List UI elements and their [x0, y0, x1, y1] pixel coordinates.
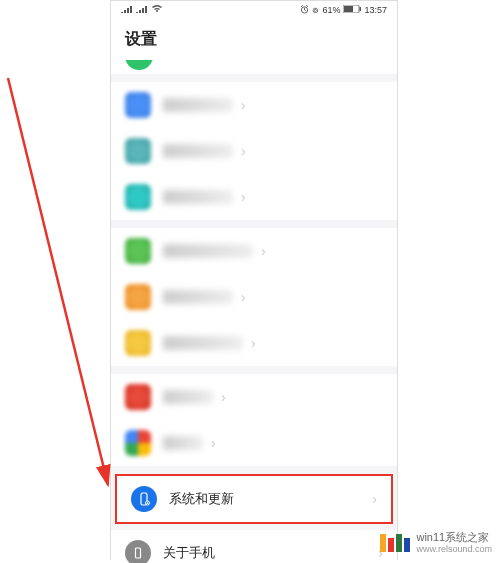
- blurred-label: [163, 390, 213, 404]
- settings-group-2: › › ›: [111, 228, 397, 366]
- svg-rect-2: [344, 6, 353, 12]
- app-icon: [125, 238, 151, 264]
- status-bar: ⊚ 61% 13:57: [111, 1, 397, 19]
- app-icon: [125, 284, 151, 310]
- list-item[interactable]: ›: [111, 420, 397, 466]
- settings-group-1: › › ›: [111, 82, 397, 220]
- app-icon: [125, 430, 151, 456]
- list-item[interactable]: ›: [111, 320, 397, 366]
- svg-rect-6: [136, 548, 141, 558]
- blurred-label: [163, 244, 253, 258]
- wifi-icon: [151, 5, 163, 15]
- alarm-icon: [300, 5, 309, 16]
- chevron-right-icon: ›: [372, 491, 377, 507]
- blurred-label: [163, 290, 233, 304]
- blurred-label: [163, 98, 233, 112]
- system-update-icon: [131, 486, 157, 512]
- status-right: ⊚ 61% 13:57: [300, 5, 387, 16]
- chevron-right-icon: ›: [211, 435, 216, 451]
- watermark: win11系统之家 www.relsound.com: [380, 531, 492, 555]
- page-title: 设置: [111, 19, 397, 60]
- app-icon: [125, 138, 151, 164]
- signal-icon-2: [136, 5, 148, 15]
- chevron-right-icon: ›: [221, 389, 226, 405]
- app-icon: [125, 384, 151, 410]
- nfc-icon: ⊚: [312, 6, 319, 15]
- blurred-label: [163, 336, 243, 350]
- about-phone-label: 关于手机: [163, 544, 370, 562]
- settings-group-last: 关于手机 ›: [111, 530, 397, 563]
- about-phone-item[interactable]: 关于手机 ›: [111, 530, 397, 563]
- settings-group-3: › ›: [111, 374, 397, 466]
- blurred-label: [163, 436, 203, 450]
- app-icon: [125, 184, 151, 210]
- chevron-right-icon: ›: [251, 335, 256, 351]
- battery-icon: [343, 5, 361, 15]
- list-item[interactable]: ›: [111, 82, 397, 128]
- about-phone-icon: [125, 540, 151, 563]
- status-left: [121, 5, 163, 15]
- app-icon: [125, 330, 151, 356]
- phone-frame: ⊚ 61% 13:57 设置 › › ›: [110, 0, 398, 560]
- highlighted-row: 系统和更新 ›: [115, 474, 393, 524]
- green-avatar-icon: [125, 60, 153, 70]
- app-icon: [125, 92, 151, 118]
- system-update-label: 系统和更新: [169, 490, 364, 508]
- watermark-url: www.relsound.com: [416, 544, 492, 555]
- list-item[interactable]: ›: [111, 274, 397, 320]
- chevron-right-icon: ›: [241, 143, 246, 159]
- svg-rect-3: [360, 7, 362, 11]
- battery-percent: 61%: [322, 5, 340, 15]
- list-item[interactable]: ›: [111, 128, 397, 174]
- signal-icon-1: [121, 5, 133, 15]
- watermark-logo-icon: [380, 534, 410, 552]
- watermark-brand: win11系统之家: [416, 531, 492, 544]
- list-item[interactable]: ›: [111, 228, 397, 274]
- chevron-right-icon: ›: [241, 289, 246, 305]
- blurred-label: [163, 144, 233, 158]
- status-time: 13:57: [364, 5, 387, 15]
- system-update-item[interactable]: 系统和更新 ›: [117, 476, 391, 522]
- chevron-right-icon: ›: [241, 97, 246, 113]
- chevron-right-icon: ›: [241, 189, 246, 205]
- chevron-right-icon: ›: [261, 243, 266, 259]
- list-item[interactable]: ›: [111, 374, 397, 420]
- list-item[interactable]: ›: [111, 174, 397, 220]
- svg-line-7: [8, 78, 108, 485]
- blurred-label: [163, 190, 233, 204]
- prev-group-peek: [111, 60, 397, 74]
